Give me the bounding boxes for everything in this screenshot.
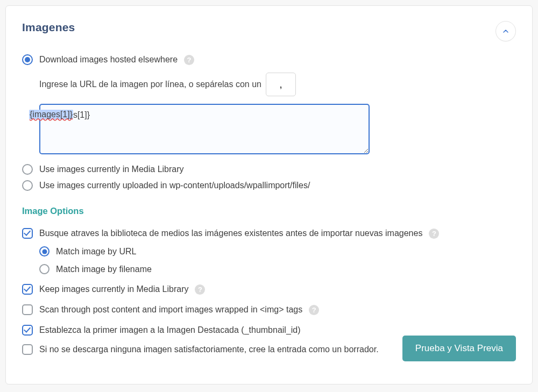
checkbox-keep-images[interactable] [22,284,33,295]
image-urls-textarea[interactable] [39,104,370,154]
label-keep-images: Keep images currently in Media Library [39,284,188,294]
row-featured: Establezca la primer imagen a la Imagen … [22,325,516,336]
help-icon[interactable]: ? [184,55,194,65]
checkbox-draft[interactable] [22,344,33,355]
label-uploads: Use images currently uploaded in wp-cont… [39,181,310,190]
images-panel: Imagenes Download images hosted elsewher… [5,5,533,384]
row-match-filename: Match image by filename [22,264,516,274]
label-match-filename: Match image by filename [56,265,152,274]
url-instruction-text: Ingrese la URL de la imagen por línea, o… [39,80,261,89]
checkbox-featured[interactable] [22,325,33,336]
row-uploads: Use images currently uploaded in wp-cont… [22,180,516,191]
label-search-existing: Busque atraves la biblioteca de medios l… [39,229,422,238]
checkbox-search-existing[interactable] [22,228,33,239]
radio-match-url[interactable] [39,246,49,256]
preview-button[interactable]: Prueba y Vista Previa [402,336,516,361]
label-match-url: Match image by URL [56,247,136,256]
label-featured: Establezca la primer imagen a la Imagen … [39,325,301,335]
row-scan-content: Scan through post content and import ima… [22,304,516,315]
label-media-library: Use images currently in Media Library [39,165,184,174]
panel-title: Imagenes [22,21,516,34]
row-download-images: Download images hosted elsewhere ? [22,54,516,65]
radio-match-filename[interactable] [39,264,49,274]
label-download-images: Download images hosted elsewhere [39,55,178,65]
row-search-existing: Busque atraves la biblioteca de medios l… [22,228,516,239]
collapse-button[interactable] [495,21,516,41]
help-icon[interactable]: ? [195,284,205,295]
help-icon[interactable]: ? [309,305,319,315]
radio-media-library[interactable] [22,164,33,175]
label-draft: Si no se descarga ninguna imagen satisfa… [39,345,379,354]
row-match-url: Match image by URL [22,246,516,256]
chevron-up-icon [501,27,510,35]
radio-uploads[interactable] [22,180,33,191]
checkbox-scan-content[interactable] [22,304,33,315]
row-keep-images: Keep images currently in Media Library ? [22,284,516,295]
image-options-heading: Image Options [22,206,516,216]
radio-download-images[interactable] [22,54,33,65]
help-icon[interactable]: ? [429,229,439,239]
separator-input[interactable] [266,73,296,96]
url-instructions: Ingrese la URL de la imagen por línea, o… [22,73,516,96]
row-media-library: Use images currently in Media Library [22,164,516,175]
label-scan-content: Scan through post content and import ima… [39,305,302,315]
